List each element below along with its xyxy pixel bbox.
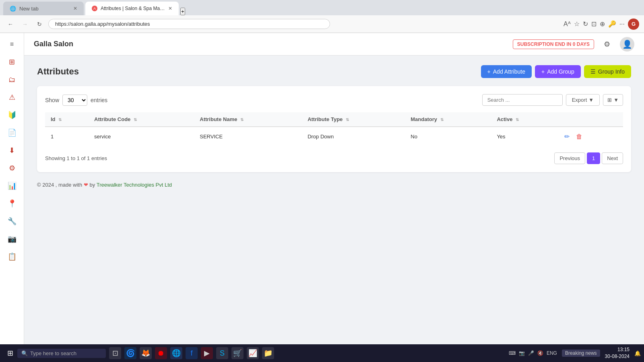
taskbar-edge-icon[interactable]: 🌀 <box>124 347 136 359</box>
browser-icon-4[interactable]: ⊕ <box>600 20 605 28</box>
sidebar-item-report[interactable]: 📊 <box>4 178 20 194</box>
sort-code-icon: ⇅ <box>134 117 137 122</box>
sort-mandatory-icon: ⇅ <box>440 117 444 122</box>
tray-language: ENG <box>547 350 557 356</box>
tray-keyboard-icon[interactable]: ⌨ <box>509 350 516 356</box>
sort-name-icon: ⇅ <box>240 117 244 122</box>
sidebar-item-settings[interactable]: ⚙ <box>4 160 20 176</box>
taskbar-search[interactable]: 🔍 Type here to search <box>17 349 106 358</box>
col-active[interactable]: Active ⇅ <box>491 112 556 127</box>
taskbar-multitask-icon[interactable]: ⊡ <box>109 347 121 359</box>
page-title: Attributes <box>37 66 79 77</box>
taskbar-store-icon[interactable]: 🛒 <box>231 347 244 359</box>
user-avatar[interactable]: 👤 <box>620 37 634 51</box>
taskbar-finance-icon[interactable]: 📈 <box>247 347 259 359</box>
taskbar-fb-icon[interactable]: f <box>186 347 198 359</box>
tray-mute-icon[interactable]: 🔇 <box>537 350 543 356</box>
next-button[interactable]: Next <box>602 152 623 164</box>
search-taskbar-icon: 🔍 <box>21 350 28 356</box>
group-info-icon: ☰ <box>590 68 596 75</box>
taskbar-skype-icon[interactable]: S <box>216 347 228 359</box>
search-input[interactable] <box>482 94 563 106</box>
browser-profile-avatar[interactable]: G <box>628 19 639 30</box>
col-mandatory[interactable]: Mandatory ⇅ <box>405 112 491 127</box>
browser-right-icons: Aᴬ ☆ ↻ ⊡ ⊕ 🔑 ··· G <box>564 19 639 30</box>
tab-close-1[interactable]: ✕ <box>73 6 77 11</box>
group-info-label: Group Info <box>598 68 625 75</box>
heart-icon: ❤ <box>84 182 90 188</box>
tray-camera-icon[interactable]: 📷 <box>519 350 525 356</box>
export-button[interactable]: Export ▼ <box>566 94 600 106</box>
tray-mic-icon[interactable]: 🎤 <box>528 350 534 356</box>
sort-type-icon: ⇅ <box>346 117 349 122</box>
col-attribute-name[interactable]: Attribute Name ⇅ <box>194 112 302 127</box>
notification-icon[interactable]: 🔔 <box>634 350 641 356</box>
browser-icon-3[interactable]: ⊡ <box>591 20 597 28</box>
table-body: 1 service SERVICE Drop Down No Yes ✏ 🗑 <box>45 127 623 146</box>
reload-button[interactable]: ↻ <box>34 19 45 30</box>
add-group-button[interactable]: + Add Group <box>535 65 581 78</box>
entries-label: entries <box>91 97 107 103</box>
col-actions <box>556 112 623 127</box>
table-controls-right: Export ▼ ⊞ ▼ <box>482 94 623 106</box>
sidebar-item-hamburger[interactable]: ≡ <box>4 36 20 52</box>
add-attribute-button[interactable]: + Add Attribute <box>481 65 532 78</box>
browser-icon-star[interactable]: ☆ <box>574 20 580 28</box>
cell-mandatory: No <box>405 127 491 146</box>
sidebar-item-alert[interactable]: ⚠ <box>4 89 20 105</box>
new-tab-button[interactable]: + <box>180 8 185 15</box>
taskbar-files-icon[interactable]: 📁 <box>262 347 274 359</box>
taskbar-yt-icon[interactable]: ▶ <box>201 347 213 359</box>
footer-by: by <box>89 182 95 188</box>
back-button[interactable]: ← <box>5 19 16 30</box>
tab-favicon-1: 🌐 <box>10 6 16 12</box>
col-attribute-code[interactable]: Attribute Code ⇅ <box>89 112 194 127</box>
taskbar-chrome-icon[interactable]: 🌐 <box>170 347 182 359</box>
company-link[interactable]: Treewalker Technologies Pvt Ltd <box>97 182 172 188</box>
grid-view-button[interactable]: ⊞ ▼ <box>603 94 623 106</box>
group-info-button[interactable]: ☰ Group Info <box>584 65 631 78</box>
previous-button[interactable]: Previous <box>554 152 585 164</box>
action-buttons: + Add Attribute + Add Group ☰ Group Info <box>481 65 631 78</box>
pagination: Previous 1 Next <box>554 152 623 164</box>
browser-icon-2[interactable]: ↻ <box>583 20 588 28</box>
tab-close-2[interactable]: ✕ <box>168 6 172 11</box>
browser-icon-more[interactable]: ··· <box>619 21 625 28</box>
browser-tab-attributes[interactable]: A Attributes | Salon & Spa Manager... ✕ <box>85 2 179 15</box>
sidebar-item-location[interactable]: 📍 <box>4 195 20 212</box>
attributes-table: Id ⇅ Attribute Code ⇅ Attribute Name ⇅ A… <box>45 112 623 146</box>
page-content: Attributes + Add Attribute + Add Group ☰ <box>24 56 644 344</box>
sidebar-item-folder[interactable]: 🗂 <box>4 72 20 88</box>
sidebar-item-gear[interactable]: 🔧 <box>4 213 20 229</box>
tab-label-2: Attributes | Salon & Spa Manager... <box>101 6 165 11</box>
table-controls: Show 30 10 25 50 100 entries Expo <box>45 94 623 106</box>
browser-tab-newtab[interactable]: 🌐 New tab ✕ <box>3 2 84 15</box>
page-title-bar: Attributes + Add Attribute + Add Group ☰ <box>37 65 631 78</box>
main-content: Galla Salon SUBSCRIPTION END IN 0 DAYS ⚙… <box>24 33 644 344</box>
sidebar-item-camera[interactable]: 📷 <box>4 231 20 247</box>
edit-button[interactable]: ✏ <box>562 131 572 142</box>
sidebar-item-badge[interactable]: 🔰 <box>4 107 20 123</box>
cell-actions: ✏ 🗑 <box>556 127 623 146</box>
taskbar-firefox-icon[interactable]: 🦊 <box>140 347 152 359</box>
address-input[interactable] <box>48 19 330 29</box>
address-bar: ← → ↻ Aᴬ ☆ ↻ ⊡ ⊕ 🔑 ··· G <box>0 15 644 33</box>
sidebar-item-dashboard[interactable]: ⊞ <box>4 54 20 70</box>
col-id[interactable]: Id ⇅ <box>45 112 89 127</box>
start-button[interactable]: ⊞ <box>3 349 17 358</box>
entries-per-page-select[interactable]: 30 10 25 50 100 <box>62 95 87 106</box>
sidebar-item-document[interactable]: 📄 <box>4 125 20 141</box>
page-1-button[interactable]: 1 <box>587 152 600 164</box>
sidebar-item-list[interactable]: 📋 <box>4 249 20 265</box>
browser-icon-5[interactable]: 🔑 <box>608 20 616 28</box>
browser-icon-1[interactable]: Aᴬ <box>564 20 571 28</box>
col-attribute-type[interactable]: Attribute Type ⇅ <box>302 112 405 127</box>
settings-icon[interactable]: ⚙ <box>601 38 613 51</box>
add-attribute-label: Add Attribute <box>493 68 525 75</box>
forward-button[interactable]: → <box>19 19 31 30</box>
delete-button[interactable]: 🗑 <box>574 132 585 142</box>
sidebar-item-download[interactable]: ⬇ <box>4 142 20 158</box>
subscription-badge: SUBSCRIPTION END IN 0 DAYS <box>513 39 594 49</box>
taskbar-record-icon[interactable]: ⏺ <box>155 347 167 359</box>
page-footer: © 2024 , made with ❤ by Treewalker Techn… <box>37 182 631 188</box>
